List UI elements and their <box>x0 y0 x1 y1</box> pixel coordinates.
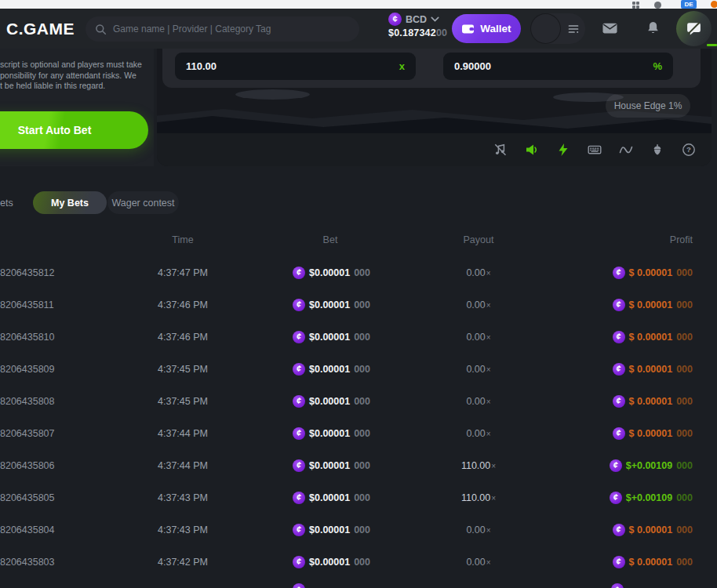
profile-menu[interactable] <box>530 13 585 44</box>
coin-icon: ¢ <box>613 524 625 536</box>
win-chance-input[interactable]: % <box>443 53 673 80</box>
bet-row[interactable]: 8206435812 4:37:47 PM ¢$0.00001000 0.00×… <box>0 256 717 289</box>
bet-time: 4:37:43 PM <box>120 524 246 535</box>
bc-game-screen: DE C.GAME ¢ BCD $0.18734200 <box>0 0 717 588</box>
svg-text:?: ? <box>686 145 691 154</box>
bet-id[interactable]: 8206435812 <box>0 267 55 278</box>
browser-strip: DE <box>0 0 717 9</box>
seed-icon[interactable] <box>650 143 664 158</box>
search-bar[interactable] <box>86 16 359 42</box>
bet-id[interactable]: 8206435805 <box>0 492 55 503</box>
live-stats-icon[interactable] <box>618 143 633 158</box>
bet-id[interactable]: 8206435804 <box>0 524 55 535</box>
bet-amount: ¢$0.00001000 <box>293 492 370 504</box>
extension-badge-icon[interactable] <box>711 1 717 8</box>
bet-time: 4:37:45 PM <box>120 364 246 375</box>
bet-row[interactable]: 8206435804 4:37:43 PM ¢$0.00001000 0.00×… <box>0 514 717 546</box>
extensions-icon[interactable] <box>632 2 639 9</box>
coin-icon: ¢ <box>613 556 625 568</box>
browser-profile-icon[interactable] <box>654 2 661 9</box>
help-icon[interactable]: ? <box>681 143 696 158</box>
coin-icon: ¢ <box>293 492 305 504</box>
chat-button[interactable] <box>676 11 712 46</box>
sound-icon[interactable] <box>524 143 539 158</box>
header-time: Time <box>120 234 246 245</box>
game-toolbar: ? <box>157 133 712 166</box>
game-scene: House Edge 1% <box>157 88 712 133</box>
coin-icon: ¢ <box>293 427 305 440</box>
start-auto-bet-button[interactable]: Start Auto Bet <box>0 111 148 149</box>
bet-id[interactable]: 8206435803 <box>0 557 55 568</box>
avatar[interactable] <box>530 13 561 44</box>
coin-icon: ¢ <box>293 363 305 376</box>
hotkeys-icon[interactable] <box>587 143 602 158</box>
bet-id[interactable]: 8206435808 <box>0 396 55 407</box>
payout-multiplier-input[interactable]: x <box>175 53 416 80</box>
menu-list-icon <box>567 23 580 35</box>
bet-id[interactable]: 8206435807 <box>0 428 55 439</box>
bet-payout: 0.00× <box>424 524 533 535</box>
bet-amount: ¢$0.00001000 <box>293 427 370 440</box>
translate-badge[interactable]: DE <box>681 0 697 9</box>
bet-row[interactable]: 8206435811 4:37:46 PM ¢$0.00001000 0.00×… <box>0 289 717 321</box>
coin-icon: ¢ <box>293 299 305 311</box>
bet-row[interactable]: 8206435810 4:37:46 PM ¢$0.00001000 0.00×… <box>0 321 717 353</box>
bet-profit: ¢$+0.00109000 <box>610 459 693 472</box>
coin-icon: ¢ <box>610 459 622 472</box>
bet-row[interactable]: 8206435807 4:37:44 PM ¢$0.00001000 0.00×… <box>0 417 717 449</box>
bet-id[interactable]: 8206435811 <box>0 299 54 310</box>
bet-id[interactable]: 8206435806 <box>0 460 55 471</box>
win-chance-value[interactable] <box>454 60 653 72</box>
bet-row[interactable]: 8206435803 4:37:42 PM ¢$0.00001000 0.00×… <box>0 546 717 578</box>
chevron-down-icon <box>431 16 439 22</box>
site-logo[interactable]: C.GAME <box>6 20 75 38</box>
tab-wager-contest[interactable]: Wager contest <box>107 191 179 214</box>
wallet-button[interactable]: Wallet <box>452 14 521 43</box>
coin-icon: ¢ <box>293 556 305 568</box>
search-icon <box>95 24 107 35</box>
tab-my-bets[interactable]: My Bets <box>33 191 107 214</box>
bet-time: 4:37:46 PM <box>120 299 246 310</box>
bet-time: 4:37:44 PM <box>120 428 246 439</box>
bet-payout: 110.00× <box>424 492 533 503</box>
coin-icon: ¢ <box>293 267 305 279</box>
turbo-icon[interactable] <box>555 143 570 158</box>
payout-multiplier-value[interactable] <box>186 60 399 72</box>
bet-row[interactable]: 8206435805 4:37:43 PM ¢$0.00001000 110.0… <box>0 481 717 514</box>
coin-icon: ¢ <box>611 583 624 588</box>
bet-payout: 0.00× <box>424 299 533 310</box>
wallet-icon <box>461 23 475 34</box>
bet-time: 4:37:44 PM <box>120 460 246 471</box>
music-off-icon[interactable] <box>493 143 508 158</box>
currency-selector[interactable]: ¢ BCD $0.18734200 <box>388 13 460 38</box>
limbo-game-panel: House Edge 1% x % <box>157 49 712 166</box>
tab-all-bets[interactable]: ets <box>0 191 19 214</box>
coin-icon: ¢ <box>613 363 625 376</box>
bet-time: 4:37:42 PM <box>120 557 246 568</box>
search-input[interactable] <box>113 24 350 34</box>
notifications-icon[interactable] <box>646 20 661 35</box>
bet-profit: ¢$ 0.00001000 <box>613 556 693 568</box>
bet-profit: ¢$ 0.00001000 <box>613 363 693 376</box>
bet-row[interactable]: 8206435809 4:37:45 PM ¢$0.00001000 0.00×… <box>0 353 717 385</box>
coin-icon: ¢ <box>613 299 625 311</box>
coin-icon: ¢ <box>613 331 625 343</box>
coin-icon: ¢ <box>293 331 305 343</box>
bet-id[interactable]: 8206435810 <box>0 332 55 343</box>
bet-amount: ¢$0.00001000 <box>293 299 370 311</box>
bets-tabs: ets My Bets Wager contest <box>0 191 717 215</box>
bet-row[interactable]: 8206435806 4:37:44 PM ¢$0.00001000 110.0… <box>0 449 717 481</box>
bet-id[interactable]: 8206435809 <box>0 364 55 375</box>
bet-payout: 0.00× <box>424 428 533 439</box>
bet-amount: ¢$0.00001000 <box>293 395 370 408</box>
coin-icon: ¢ <box>293 459 305 472</box>
bet-amount: ¢$0.00001000 <box>293 267 370 279</box>
messages-icon[interactable] <box>602 21 618 34</box>
scene-cloud <box>235 89 310 100</box>
bet-time: 4:37:47 PM <box>120 267 246 278</box>
balance: $0.18734200 <box>388 27 460 38</box>
header-profit: Profit <box>670 234 693 245</box>
bet-amount: ¢$0.00001000 <box>293 459 370 472</box>
bet-amount: ¢$0.00001000 <box>293 331 370 343</box>
bet-row[interactable]: 8206435808 4:37:45 PM ¢$0.00001000 0.00×… <box>0 385 717 417</box>
